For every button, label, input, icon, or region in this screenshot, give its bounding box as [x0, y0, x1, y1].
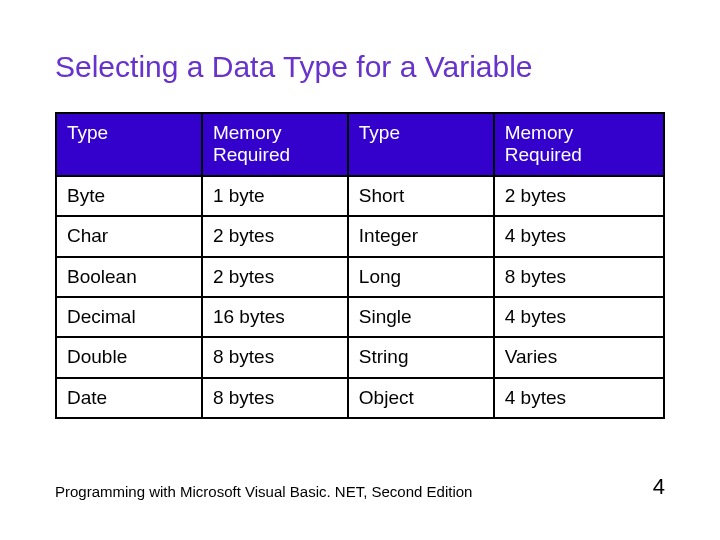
- cell-type: Decimal: [56, 297, 202, 337]
- col-header-memory-1: Memory Required: [202, 113, 348, 176]
- cell-memory: 2 bytes: [202, 257, 348, 297]
- cell-type: Object: [348, 378, 494, 418]
- table-row: Double 8 bytes String Varies: [56, 337, 664, 377]
- col-header-memory-2: Memory Required: [494, 113, 664, 176]
- cell-memory: 8 bytes: [202, 337, 348, 377]
- footer-text: Programming with Microsoft Visual Basic.…: [55, 483, 472, 500]
- cell-type: Single: [348, 297, 494, 337]
- table-header-row: Type Memory Required Type Memory Require…: [56, 113, 664, 176]
- cell-type: Double: [56, 337, 202, 377]
- table-row: Boolean 2 bytes Long 8 bytes: [56, 257, 664, 297]
- cell-memory: 4 bytes: [494, 378, 664, 418]
- cell-type: Integer: [348, 216, 494, 256]
- cell-type: Date: [56, 378, 202, 418]
- cell-memory: 2 bytes: [494, 176, 664, 216]
- cell-memory: Varies: [494, 337, 664, 377]
- cell-memory: 8 bytes: [494, 257, 664, 297]
- cell-memory: 8 bytes: [202, 378, 348, 418]
- cell-memory: 1 byte: [202, 176, 348, 216]
- table-row: Decimal 16 bytes Single 4 bytes: [56, 297, 664, 337]
- cell-memory: 2 bytes: [202, 216, 348, 256]
- slide-title: Selecting a Data Type for a Variable: [55, 50, 665, 84]
- slide: Selecting a Data Type for a Variable Typ…: [0, 0, 720, 540]
- cell-type: Boolean: [56, 257, 202, 297]
- cell-type: Byte: [56, 176, 202, 216]
- cell-type: String: [348, 337, 494, 377]
- cell-memory: 4 bytes: [494, 297, 664, 337]
- page-number: 4: [653, 474, 665, 500]
- cell-memory: 4 bytes: [494, 216, 664, 256]
- cell-type: Short: [348, 176, 494, 216]
- slide-footer: Programming with Microsoft Visual Basic.…: [55, 474, 665, 500]
- table-row: Char 2 bytes Integer 4 bytes: [56, 216, 664, 256]
- cell-type: Long: [348, 257, 494, 297]
- cell-type: Char: [56, 216, 202, 256]
- data-type-table: Type Memory Required Type Memory Require…: [55, 112, 665, 419]
- table-row: Byte 1 byte Short 2 bytes: [56, 176, 664, 216]
- cell-memory: 16 bytes: [202, 297, 348, 337]
- col-header-type-1: Type: [56, 113, 202, 176]
- col-header-type-2: Type: [348, 113, 494, 176]
- table-row: Date 8 bytes Object 4 bytes: [56, 378, 664, 418]
